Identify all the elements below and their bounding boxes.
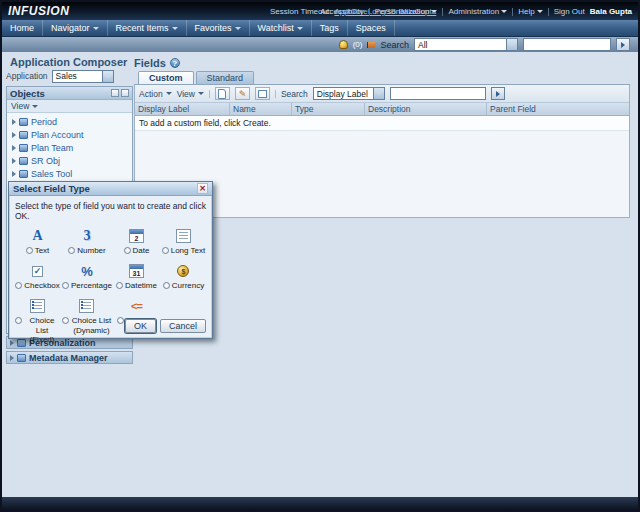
global-search-input[interactable] (523, 38, 611, 51)
personalization-label: Personalization (375, 7, 430, 16)
column-parent-field[interactable]: Parent Field (487, 103, 629, 115)
expand-icon (10, 355, 14, 361)
percentage-field-icon: % (81, 264, 93, 279)
view-label: View (177, 89, 195, 99)
column-type[interactable]: Type (292, 103, 365, 115)
user-name: Bala Gupta (590, 7, 632, 16)
tab-standard[interactable]: Standard (196, 71, 255, 84)
radio-button[interactable] (163, 282, 170, 289)
cancel-button[interactable]: Cancel (160, 319, 206, 333)
go-arrow-icon (496, 91, 500, 97)
radio-button[interactable] (116, 282, 123, 289)
menu-favorites[interactable]: Favorites (187, 20, 250, 36)
option-text[interactable]: A Text (15, 227, 60, 255)
menu-watchlist-label: Watchlist (258, 23, 294, 33)
option-label: Long Text (171, 246, 206, 255)
radio-button[interactable] (124, 247, 131, 254)
radio-button[interactable] (62, 282, 69, 289)
objects-panel-header[interactable]: Objects (7, 87, 132, 100)
option-datetime[interactable]: 31 Datetime (114, 262, 159, 290)
radio-button[interactable] (162, 247, 169, 254)
tree-item-sr-obj[interactable]: SR Obj (7, 154, 132, 167)
objects-title: Objects (10, 88, 45, 99)
tree-item-label: Period (31, 117, 57, 127)
menu-home[interactable]: Home (2, 20, 43, 36)
detach-table-button[interactable] (255, 87, 270, 100)
radio-button[interactable] (62, 317, 69, 324)
column-description[interactable]: Description (365, 103, 487, 115)
detach-icon[interactable] (121, 89, 129, 97)
tree-item-period[interactable]: Period (7, 115, 132, 128)
radio-button[interactable] (117, 317, 124, 324)
tab-custom[interactable]: Custom (138, 71, 194, 84)
menu-tags[interactable]: Tags (312, 20, 348, 36)
expand-icon[interactable] (12, 158, 16, 164)
option-date[interactable]: 2 Date (114, 227, 159, 255)
option-choice-list-fixed[interactable]: Choice List (Fixed) (15, 297, 60, 344)
select-button[interactable] (506, 39, 517, 50)
help-link[interactable]: Help (518, 7, 542, 16)
administration-link[interactable]: Administration (448, 7, 507, 16)
create-field-button[interactable] (215, 87, 230, 100)
new-window-icon[interactable] (111, 89, 119, 97)
radio-button[interactable] (68, 247, 75, 254)
radio-button[interactable] (15, 282, 22, 289)
select-button[interactable] (102, 71, 113, 82)
edit-field-button[interactable]: ✎ (235, 87, 250, 100)
close-icon[interactable]: ✕ (197, 183, 208, 194)
accessibility-link[interactable]: Accessibility (320, 7, 364, 16)
menu-navigator[interactable]: Navigator (43, 20, 108, 36)
objects-view-menu[interactable]: View (7, 100, 132, 113)
column-display-label[interactable]: Display Label (135, 103, 230, 115)
fields-search-go-button[interactable] (491, 87, 505, 100)
alert-count: (0) (353, 40, 363, 49)
select-button[interactable] (373, 88, 384, 99)
view-menu[interactable]: View (177, 89, 204, 99)
accordion-metadata-manager[interactable]: Metadata Manager (6, 351, 133, 364)
flag-icon[interactable] (367, 42, 375, 48)
expand-icon[interactable] (12, 132, 16, 138)
search-scope-select[interactable]: All (414, 38, 518, 51)
radio-button[interactable] (26, 247, 33, 254)
menu-watchlist[interactable]: Watchlist (250, 20, 312, 36)
search-by-value: Display Label (317, 89, 368, 99)
search-go-button[interactable] (616, 38, 630, 51)
global-header: INFUSION Session Timeout: ApplCoreLongSB… (2, 2, 638, 20)
search-by-select[interactable]: Display Label (313, 87, 385, 100)
option-checkbox[interactable]: ✓ Checkbox (15, 262, 60, 290)
expand-icon[interactable] (12, 171, 16, 177)
panel-header-icons (111, 89, 129, 97)
expand-icon[interactable] (12, 145, 16, 151)
expand-icon[interactable] (12, 119, 16, 125)
dialog-title: Select Field Type (13, 183, 90, 194)
radio-button[interactable] (15, 317, 22, 324)
column-name[interactable]: Name (230, 103, 292, 115)
option-number[interactable]: 3 Number (62, 227, 112, 255)
object-icon (19, 131, 28, 139)
sign-out-link[interactable]: Sign Out (554, 7, 585, 16)
option-percentage[interactable]: % Percentage (62, 262, 112, 290)
menu-spaces[interactable]: Spaces (348, 20, 395, 36)
view-label: View (11, 101, 29, 111)
personalization-link[interactable]: Personalization (375, 7, 438, 16)
fields-search-label: Search (281, 89, 308, 99)
accordion-label: Metadata Manager (29, 353, 108, 363)
action-menu[interactable]: Action (139, 89, 172, 99)
chevron-down-icon (537, 10, 543, 13)
fields-search-input[interactable] (390, 87, 486, 100)
help-icon[interactable]: ? (170, 58, 180, 68)
menu-recent-items[interactable]: Recent Items (108, 20, 187, 36)
divider (209, 90, 210, 98)
dialog-title-bar[interactable]: Select Field Type ✕ (9, 182, 212, 196)
option-choice-list-dynamic[interactable]: Choice List (Dynamic) (62, 297, 112, 344)
option-currency[interactable]: $ Currency (161, 262, 206, 290)
application-select[interactable]: Sales (52, 70, 114, 83)
tree-item-sales-tool[interactable]: Sales Tool (7, 167, 132, 180)
notification-bell-icon[interactable] (339, 40, 348, 49)
table-header: Display Label Name Type Description Pare… (135, 103, 629, 116)
ok-button[interactable]: OK (125, 319, 156, 333)
option-long-text[interactable]: Long Text (161, 227, 206, 255)
tree-item-plan-account[interactable]: Plan Account (7, 128, 132, 141)
chevron-down-icon (105, 75, 111, 78)
tree-item-plan-team[interactable]: Plan Team (7, 141, 132, 154)
